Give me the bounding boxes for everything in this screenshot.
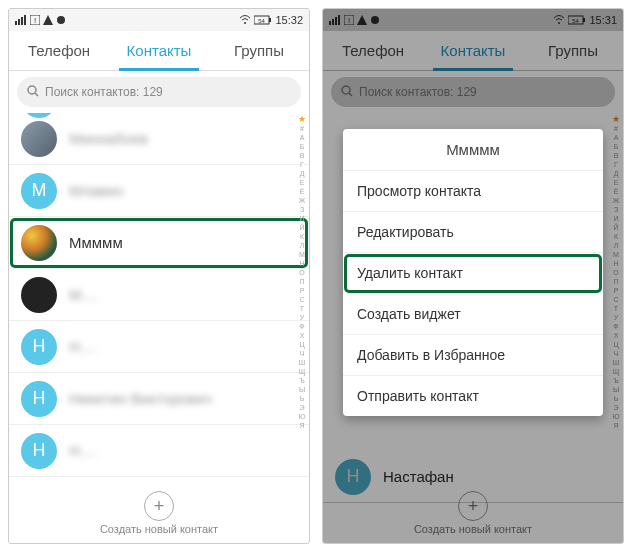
- index-letter[interactable]: Н: [297, 259, 307, 268]
- sync-icon: [56, 15, 66, 25]
- index-letter[interactable]: А: [297, 133, 307, 142]
- avatar: M: [21, 173, 57, 209]
- index-letter[interactable]: Щ: [297, 367, 307, 376]
- phone-left: ! 54 15:32 Телефон Контакты Группы Поиск…: [8, 8, 310, 544]
- index-letter[interactable]: Я: [297, 421, 307, 430]
- index-letter[interactable]: Ц: [297, 340, 307, 349]
- index-letter[interactable]: В: [297, 151, 307, 160]
- svg-rect-2: [21, 17, 23, 25]
- list-item[interactable]: MМлавин: [9, 165, 309, 217]
- menu-item[interactable]: Редактировать: [343, 212, 603, 253]
- index-letter[interactable]: С: [297, 295, 307, 304]
- index-letter[interactable]: #: [297, 124, 307, 133]
- index-letter[interactable]: И: [297, 214, 307, 223]
- list-item[interactable]: М....: [9, 269, 309, 321]
- index-letter[interactable]: Е: [297, 178, 307, 187]
- status-right: 54 15:32: [239, 14, 303, 26]
- index-letter[interactable]: К: [297, 232, 307, 241]
- list-item[interactable]: Ммммм: [9, 217, 309, 269]
- svg-point-12: [28, 86, 36, 94]
- avatar: Н: [21, 329, 57, 365]
- tab-phone[interactable]: Телефон: [9, 31, 109, 70]
- contact-name: Н....: [69, 338, 97, 355]
- index-letter[interactable]: Ъ: [297, 376, 307, 385]
- avatar: Н: [21, 433, 57, 469]
- index-letter[interactable]: О: [297, 268, 307, 277]
- svg-text:!: !: [34, 16, 36, 25]
- contact-name: М....: [69, 286, 98, 303]
- contact-name: Н....: [69, 442, 97, 459]
- index-letter[interactable]: Ё: [297, 187, 307, 196]
- menu-title: Ммммм: [343, 129, 603, 171]
- create-contact-fab[interactable]: + Создать новый контакт: [9, 491, 309, 535]
- index-letter[interactable]: Т: [297, 304, 307, 313]
- index-letter[interactable]: Ы: [297, 385, 307, 394]
- index-letter[interactable]: Ж: [297, 196, 307, 205]
- menu-item[interactable]: Удалить контакт: [343, 253, 603, 294]
- svg-marker-6: [43, 15, 53, 25]
- list-item[interactable]: НН....: [9, 321, 309, 373]
- index-letter[interactable]: Б: [297, 142, 307, 151]
- clock: 15:32: [275, 14, 303, 26]
- index-letter[interactable]: Ю: [297, 412, 307, 421]
- index-letter[interactable]: Ь: [297, 394, 307, 403]
- menu-item[interactable]: Создать виджет: [343, 294, 603, 335]
- phone-right: ! 54 15:31 Телефон Контакты Группы Поиск…: [322, 8, 624, 544]
- list-item[interactable]: Миннабоев: [9, 113, 309, 165]
- menu-item[interactable]: Отправить контакт: [343, 376, 603, 416]
- svg-rect-3: [24, 15, 26, 25]
- index-letter[interactable]: Й: [297, 223, 307, 232]
- list-item[interactable]: НН....: [9, 425, 309, 477]
- svg-point-7: [57, 16, 65, 24]
- menu-item[interactable]: Добавить в Избранное: [343, 335, 603, 376]
- contact-name: Миннабоев: [69, 130, 148, 147]
- svg-rect-0: [15, 21, 17, 25]
- status-left: !: [15, 15, 66, 25]
- avatar: [21, 121, 57, 157]
- list-item[interactable]: ННикитин Викторович: [9, 373, 309, 425]
- index-letter[interactable]: Ф: [297, 322, 307, 331]
- index-letter[interactable]: Г: [297, 160, 307, 169]
- tab-bar: Телефон Контакты Группы: [9, 31, 309, 71]
- index-letter[interactable]: Ш: [297, 358, 307, 367]
- avatar: Н: [21, 381, 57, 417]
- index-letter[interactable]: Д: [297, 169, 307, 178]
- svg-line-13: [35, 93, 38, 96]
- wifi-icon: [239, 15, 251, 25]
- avatar: [21, 277, 57, 313]
- signal-icon: [15, 15, 27, 25]
- index-scroller[interactable]: ★#АБВГДЕЁЖЗИЙКЛМНОПРСТУФХЦЧШЩЪЫЬЭЮЯ: [297, 113, 307, 543]
- index-letter[interactable]: ★: [297, 115, 307, 124]
- svg-rect-1: [18, 19, 20, 25]
- svg-text:54: 54: [259, 18, 266, 24]
- fab-label: Создать новый контакт: [9, 523, 309, 535]
- index-letter[interactable]: Л: [297, 241, 307, 250]
- battery-icon: 54: [254, 15, 272, 25]
- contact-name: Млавин: [69, 182, 123, 199]
- svg-rect-10: [269, 18, 271, 22]
- status-bar: ! 54 15:32: [9, 9, 309, 31]
- modal-overlay[interactable]: Ммммм Просмотр контактаРедактироватьУдал…: [323, 9, 623, 543]
- plus-icon: +: [144, 491, 174, 521]
- warning-icon: [43, 15, 53, 25]
- search-icon: [27, 85, 39, 100]
- index-letter[interactable]: Ч: [297, 349, 307, 358]
- search-input[interactable]: Поиск контактов: 129: [17, 77, 301, 107]
- contact-name: Ммммм: [69, 234, 123, 251]
- index-letter[interactable]: У: [297, 313, 307, 322]
- tab-contacts[interactable]: Контакты: [109, 31, 209, 70]
- avatar: [21, 225, 57, 261]
- menu-item[interactable]: Просмотр контакта: [343, 171, 603, 212]
- index-letter[interactable]: Р: [297, 286, 307, 295]
- contact-name: Никитин Викторович: [69, 390, 212, 407]
- search-placeholder: Поиск контактов: 129: [45, 85, 163, 99]
- context-menu: Ммммм Просмотр контактаРедактироватьУдал…: [343, 129, 603, 416]
- index-letter[interactable]: М: [297, 250, 307, 259]
- index-letter[interactable]: З: [297, 205, 307, 214]
- index-letter[interactable]: Э: [297, 403, 307, 412]
- svg-point-8: [244, 22, 246, 24]
- index-letter[interactable]: Х: [297, 331, 307, 340]
- tab-groups[interactable]: Группы: [209, 31, 309, 70]
- contact-list[interactable]: MМ....МиннабоевMМлавинМммммМ....НН....НН…: [9, 113, 309, 543]
- index-letter[interactable]: П: [297, 277, 307, 286]
